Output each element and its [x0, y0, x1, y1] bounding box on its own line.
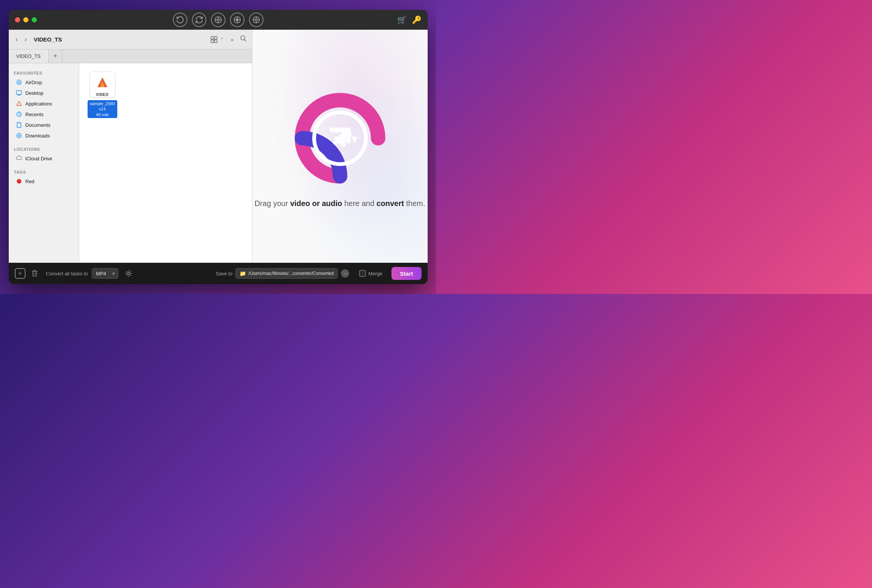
drag-text: Drag your video or audio here and conver… [255, 199, 425, 208]
main-content: ‹ › VIDEO_TS ⌃ » [9, 30, 428, 263]
cart-icon[interactable]: 🛒 [397, 15, 407, 24]
title-bar-right: 🛒 🔑 [397, 15, 422, 24]
file-item[interactable]: VIDEO sample_2560x1440.vob [85, 69, 120, 120]
close-button[interactable] [15, 17, 20, 22]
minimize-button[interactable] [23, 17, 29, 22]
sidebar-item-applications[interactable]: Applications [10, 98, 77, 109]
convert-label: Convert all tasks to [46, 271, 88, 276]
favourites-label: Favourites [9, 68, 79, 77]
finder-tabs: VIDEO_TS + [9, 50, 252, 63]
svg-point-1 [217, 19, 219, 21]
airdrop-icon [16, 79, 22, 86]
more-button[interactable]: » [231, 37, 234, 43]
merge-section: Merge [359, 270, 382, 277]
recents-icon [16, 111, 22, 118]
app-logo [287, 85, 393, 192]
maximize-button[interactable] [32, 17, 37, 22]
finder-panel: ‹ › VIDEO_TS ⌃ » [9, 30, 252, 263]
svg-rect-37 [33, 271, 37, 276]
format-settings-button[interactable] [124, 268, 134, 278]
app-window: 🛒 🔑 ‹ › VIDEO_TS ⌃ [9, 10, 428, 284]
save-path-text: /Users/mac/Movies/...converter/Converted [248, 271, 334, 276]
toolbar-icons [173, 13, 264, 27]
svg-rect-20 [214, 37, 217, 39]
save-to-label: Save to [216, 271, 232, 276]
svg-point-12 [237, 19, 238, 20]
finder-title: VIDEO_TS [34, 36, 62, 43]
sidebar-item-icloud[interactable]: iCloud Drive [10, 153, 77, 164]
sidebar-item-recents[interactable]: Recents [10, 109, 77, 120]
view-toggle[interactable]: ⌃ [210, 36, 224, 43]
title-bar: 🛒 🔑 [9, 10, 428, 30]
svg-point-42 [128, 272, 130, 275]
applications-icon [16, 100, 22, 107]
finder-body: Favourites AirDrop [9, 63, 252, 263]
merge-label: Merge [368, 271, 382, 276]
svg-marker-36 [351, 137, 358, 144]
file-icon: VIDEO [89, 72, 115, 97]
sidebar-item-airdrop[interactable]: AirDrop [10, 77, 77, 88]
convert-back-icon[interactable] [173, 13, 187, 27]
finder-tab-video-ts[interactable]: VIDEO_TS [9, 50, 49, 63]
svg-point-14 [255, 19, 257, 21]
svg-point-26 [19, 83, 19, 84]
airdrop-label: AirDrop [26, 80, 42, 85]
svg-point-25 [17, 80, 21, 85]
app-drop-area[interactable]: Drag your video or audio here and conver… [252, 30, 428, 263]
add-tab-button[interactable]: + [49, 50, 62, 63]
add-task-button[interactable]: + [15, 268, 26, 279]
start-button[interactable]: Start [391, 267, 421, 280]
format-select-wrapper: MP4 MOV AVI MKV MP3 AAC ▼ [92, 268, 118, 279]
file-name-badge: sample_2560x1440.vob [88, 100, 117, 118]
save-to-section: Save to 📁 /Users/mac/Movies/...converter… [216, 268, 349, 279]
delete-task-button[interactable] [29, 268, 40, 279]
svg-line-24 [244, 40, 246, 42]
convert-sync-icon[interactable] [192, 13, 206, 27]
recents-label: Recents [26, 112, 44, 117]
film-reel-icon[interactable] [211, 13, 225, 27]
merge-checkbox[interactable] [359, 270, 366, 277]
file-type-label: VIDEO [96, 93, 109, 97]
svg-rect-21 [211, 40, 214, 43]
sidebar-item-downloads[interactable]: Downloads [10, 130, 77, 141]
documents-icon [16, 121, 22, 128]
documents-label: Documents [26, 122, 51, 128]
traffic-lights [15, 17, 37, 22]
finder-files: VIDEO sample_2560x1440.vob [79, 63, 252, 263]
svg-rect-27 [16, 91, 22, 94]
locations-label: Locations [9, 144, 79, 153]
format-select[interactable]: MP4 MOV AVI MKV MP3 AAC [92, 268, 118, 279]
film-settings-icon[interactable] [230, 13, 244, 27]
save-path-go-button[interactable]: → [341, 269, 349, 278]
sidebar-item-documents[interactable]: Documents [10, 120, 77, 130]
desktop-icon [16, 89, 22, 96]
sidebar-item-desktop[interactable]: Desktop [10, 88, 77, 98]
folder-icon: 📁 [240, 270, 246, 276]
downloads-label: Downloads [26, 133, 50, 139]
finder-toolbar: ‹ › VIDEO_TS ⌃ » [9, 30, 252, 50]
forward-button[interactable]: › [23, 34, 29, 45]
red-tag-label: Red [26, 179, 35, 184]
tags-label: Tags [9, 167, 79, 176]
film-play-icon[interactable] [249, 13, 264, 27]
applications-label: Applications [26, 101, 52, 107]
red-tag-icon [16, 178, 22, 185]
icloud-label: iCloud Drive [26, 156, 53, 161]
save-path-button[interactable]: 📁 /Users/mac/Movies/...converter/Convert… [235, 268, 338, 279]
finder-sidebar: Favourites AirDrop [9, 63, 79, 263]
downloads-icon [16, 132, 22, 139]
bottom-bar: + Convert all tasks to MP4 MOV AVI MKV M… [9, 263, 428, 284]
svg-rect-22 [214, 40, 217, 43]
sidebar-item-red-tag[interactable]: Red [10, 176, 77, 187]
svg-rect-19 [211, 37, 214, 39]
back-button[interactable]: ‹ [14, 34, 19, 45]
key-icon[interactable]: 🔑 [412, 15, 422, 24]
search-button[interactable] [240, 35, 247, 44]
desktop-label: Desktop [26, 90, 44, 96]
icloud-icon [16, 155, 22, 162]
